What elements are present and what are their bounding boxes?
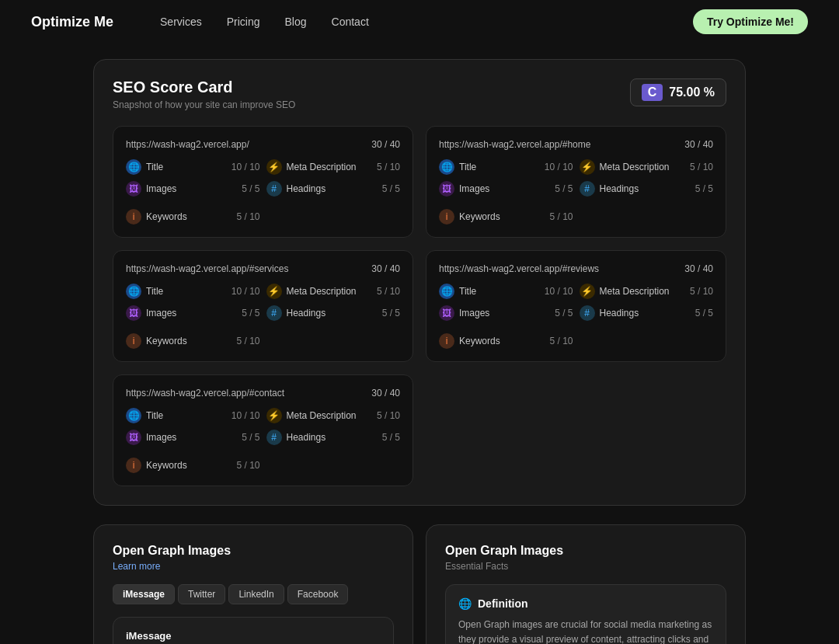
keyword-icon-4: i — [126, 458, 141, 473]
metric-label-meta-0: Meta Description — [287, 162, 357, 172]
og-left-subtitle: Learn more — [113, 561, 394, 572]
metric-label-title-1: Title — [459, 162, 476, 172]
nav-services[interactable]: Services — [160, 16, 202, 28]
metric-label-title-0: Title — [146, 162, 163, 172]
definition-card: 🌐 Definition Open Graph images are cruci… — [445, 584, 726, 644]
score-grade: C — [642, 84, 663, 101]
url-score-0: 30 / 40 — [371, 139, 400, 150]
metric-label-images-2: Images — [146, 308, 176, 319]
url-text-4: https://wash-wag2.vercel.app/#contact — [126, 388, 284, 399]
metrics-1: 🌐 Title 10 / 10 ⚡ Meta Description 5 / 1… — [439, 159, 713, 225]
url-header-4: https://wash-wag2.vercel.app/#contact 30… — [126, 388, 400, 399]
nav-blog[interactable]: Blog — [285, 16, 307, 28]
image-icon-3: 🖼 — [439, 305, 454, 321]
metric-title-4: 🌐 Title 10 / 10 — [126, 408, 260, 423]
metric-title-2: 🌐 Title 10 / 10 — [126, 284, 260, 299]
learn-more-link[interactable]: Learn more — [113, 561, 160, 572]
metric-score-headings-1: 5 / 5 — [695, 183, 713, 194]
metric-meta-1: ⚡ Meta Description 5 / 10 — [580, 159, 714, 175]
globe-icon-def: 🌐 — [458, 597, 472, 610]
metric-keywords-4: i Keywords 5 / 10 — [126, 458, 260, 473]
hash-icon-0: # — [266, 181, 282, 197]
metric-score-keywords-1: 5 / 10 — [549, 211, 573, 222]
metric-score-headings-0: 5 / 5 — [382, 183, 400, 194]
url-section-1: https://wash-wag2.vercel.app/#home 30 / … — [426, 126, 726, 238]
metric-headings-0: # Headings 5 / 5 — [266, 181, 401, 197]
metric-label-title-2: Title — [146, 286, 163, 297]
metric-label-meta-3: Meta Description — [600, 286, 670, 297]
metrics-3: 🌐 Title 10 / 10 ⚡ Meta Description 5 / 1… — [439, 284, 713, 349]
metric-score-meta-2: 5 / 10 — [377, 286, 400, 297]
keyword-icon-2: i — [126, 333, 141, 349]
metric-label-title-3: Title — [459, 286, 476, 297]
metric-score-headings-2: 5 / 5 — [382, 308, 400, 319]
metric-headings-3: # Headings 5 / 5 — [580, 305, 714, 321]
og-images-right-panel: Open Graph Images Essential Facts 🌐 Defi… — [426, 524, 746, 644]
url-text-2: https://wash-wag2.vercel.app/#services — [126, 263, 288, 274]
url-header-2: https://wash-wag2.vercel.app/#services 3… — [126, 263, 400, 274]
metric-score-keywords-3: 5 / 10 — [549, 336, 573, 346]
imessage-preview: iMessage Today 11:29 Check out this new … — [113, 617, 394, 644]
metric-images-2: 🖼 Images 5 / 5 — [126, 305, 260, 321]
metric-score-images-2: 5 / 5 — [242, 308, 259, 319]
hash-icon-1: # — [580, 181, 595, 197]
try-optimize-button[interactable]: Try Optimize Me! — [693, 9, 808, 34]
og-tabs: iMessage Twitter LinkedIn Facebook — [113, 584, 394, 604]
metric-meta-2: ⚡ Meta Description 5 / 10 — [266, 284, 401, 299]
tab-twitter[interactable]: Twitter — [178, 584, 225, 604]
metric-label-keywords-0: Keywords — [146, 211, 187, 222]
metric-score-title-2: 10 / 10 — [232, 286, 260, 297]
metric-headings-4: # Headings 5 / 5 — [266, 430, 401, 445]
url-header-0: https://wash-wag2.vercel.app/ 30 / 40 — [126, 139, 400, 150]
score-value: 75.00 % — [669, 85, 715, 99]
nav-links: Services Pricing Blog Contact — [160, 16, 693, 28]
metric-meta-0: ⚡ Meta Description 5 / 10 — [266, 159, 401, 175]
metric-score-keywords-2: 5 / 10 — [236, 336, 259, 346]
metric-label-headings-0: Headings — [287, 183, 326, 194]
metrics-2: 🌐 Title 10 / 10 ⚡ Meta Description 5 / 1… — [126, 284, 400, 349]
tab-linkedin[interactable]: LinkedIn — [228, 584, 284, 604]
seo-card-header: SEO Score Card Snapshot of how your site… — [113, 78, 726, 110]
metric-title-0: 🌐 Title 10 / 10 — [126, 159, 260, 175]
url-text-3: https://wash-wag2.vercel.app/#reviews — [439, 263, 599, 274]
lightning-icon-1: ⚡ — [580, 159, 595, 175]
metric-label-images-1: Images — [459, 183, 489, 194]
metric-keywords-0: i Keywords 5 / 10 — [126, 209, 260, 225]
metric-score-images-1: 5 / 5 — [555, 183, 573, 194]
metric-label-headings-4: Headings — [287, 432, 326, 443]
metrics-0: 🌐 Title 10 / 10 ⚡ Meta Description 5 / 1… — [126, 159, 400, 225]
metric-label-meta-1: Meta Description — [600, 162, 670, 172]
metric-label-title-4: Title — [146, 410, 163, 421]
metric-score-keywords-4: 5 / 10 — [236, 460, 259, 471]
metric-score-meta-1: 5 / 10 — [690, 162, 713, 172]
metric-score-title-1: 10 / 10 — [545, 162, 573, 172]
metric-label-headings-2: Headings — [287, 308, 326, 319]
metric-score-images-4: 5 / 5 — [242, 432, 259, 443]
keyword-icon-3: i — [439, 333, 454, 349]
globe-icon-2: 🌐 — [126, 284, 141, 299]
url-header-3: https://wash-wag2.vercel.app/#reviews 30… — [439, 263, 713, 274]
metric-label-keywords-4: Keywords — [146, 460, 187, 471]
globe-icon-3: 🌐 — [439, 284, 454, 299]
metric-meta-4: ⚡ Meta Description 5 / 10 — [266, 408, 401, 423]
url-score-4: 30 / 40 — [371, 388, 400, 399]
metric-label-images-4: Images — [146, 432, 176, 443]
tab-facebook[interactable]: Facebook — [287, 584, 349, 604]
og-right-title: Open Graph Images — [445, 544, 726, 558]
og-images-left-panel: Open Graph Images Learn more iMessage Tw… — [93, 524, 413, 644]
nav-logo: Optimize Me — [31, 14, 113, 30]
url-header-1: https://wash-wag2.vercel.app/#home 30 / … — [439, 139, 713, 150]
navbar: Optimize Me Services Pricing Blog Contac… — [0, 0, 839, 44]
url-section-2: https://wash-wag2.vercel.app/#services 3… — [113, 250, 413, 362]
image-icon-0: 🖼 — [126, 181, 141, 197]
nav-pricing[interactable]: Pricing — [227, 16, 260, 28]
seo-score-card: SEO Score Card Snapshot of how your site… — [93, 59, 746, 506]
tab-imessage[interactable]: iMessage — [113, 584, 175, 604]
metric-title-1: 🌐 Title 10 / 10 — [439, 159, 573, 175]
seo-card-subtitle: Snapshot of how your site can improve SE… — [113, 99, 295, 110]
og-left-title: Open Graph Images — [113, 544, 394, 558]
nav-contact[interactable]: Contact — [332, 16, 369, 28]
metric-title-3: 🌐 Title 10 / 10 — [439, 284, 573, 299]
metric-score-meta-0: 5 / 10 — [377, 162, 400, 172]
hash-icon-2: # — [266, 305, 282, 321]
